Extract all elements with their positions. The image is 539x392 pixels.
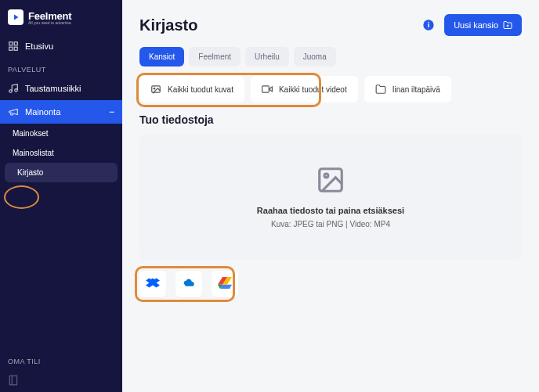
nav-advertising[interactable]: Mainonta − [0, 100, 122, 124]
page-title: Kirjasto [139, 16, 197, 34]
new-folder-label: Uusi kansio [454, 20, 498, 30]
main-content: Kirjasto i Uusi kansio Kansiot Feelment … [122, 0, 539, 392]
video-icon [262, 84, 273, 95]
brand-tagline: All you need to advertise [28, 20, 71, 25]
cloud-sources-row [139, 271, 522, 297]
building-icon [8, 375, 19, 386]
nav-music[interactable]: Taustamusiikki [0, 77, 122, 100]
subnav-library-label: Kirjasto [17, 168, 43, 177]
svg-rect-0 [9, 42, 13, 45]
play-icon [8, 9, 24, 25]
svg-point-13 [154, 88, 155, 89]
music-icon [8, 83, 19, 94]
svg-rect-14 [262, 86, 270, 92]
brand-logo[interactable]: Feelment All you need to advertise [0, 0, 122, 34]
info-icon[interactable]: i [422, 19, 435, 31]
section-services: PALVELUT [0, 58, 122, 77]
folder-all-videos[interactable]: Kaikki tuodut videot [251, 76, 358, 102]
sidebar: Feelment All you need to advertise Etusi… [0, 0, 122, 392]
svg-point-5 [15, 89, 18, 92]
tab-feelment[interactable]: Feelment [189, 47, 241, 67]
svg-point-4 [9, 90, 13, 93]
nav-home-label: Etusivu [25, 41, 53, 51]
image-placeholder-icon [316, 165, 345, 195]
svg-rect-3 [14, 47, 17, 50]
tab-kansiot[interactable]: Kansiot [139, 47, 184, 67]
svg-rect-2 [9, 47, 13, 50]
googledrive-button[interactable] [212, 271, 238, 297]
subnav-library[interactable]: Kirjasto [5, 163, 118, 182]
subnav-adlists[interactable]: Mainoslistat [0, 143, 122, 163]
nav-account-item[interactable]: x [0, 369, 122, 392]
folder-plus-icon [503, 20, 512, 30]
dropbox-icon [146, 277, 160, 291]
file-dropzone[interactable]: Raahaa tiedosto tai paina etsiäksesi Kuv… [139, 134, 522, 260]
images-icon [150, 84, 161, 95]
folder-custom[interactable]: Iinan iltapäivä [364, 76, 451, 102]
googledrive-icon [218, 277, 232, 291]
svg-rect-1 [14, 42, 17, 45]
onedrive-button[interactable] [175, 271, 202, 297]
tab-urheilu[interactable]: Urheilu [245, 47, 289, 67]
tabs-row: Kansiot Feelment Urheilu Juoma [139, 47, 522, 67]
minus-icon: − [109, 106, 114, 117]
nav-home[interactable]: Etusivu [0, 34, 122, 58]
folder-icon [375, 84, 386, 95]
dropbox-button[interactable] [139, 271, 166, 297]
svg-text:i: i [428, 21, 430, 29]
svg-rect-6 [9, 376, 16, 385]
onedrive-icon [182, 277, 196, 291]
tab-juoma[interactable]: Juoma [294, 47, 336, 67]
folder-label: Iinan iltapäivä [392, 85, 440, 94]
subnav-adlists-label: Mainoslistat [13, 149, 54, 157]
folder-all-images[interactable]: Kaikki tuodut kuvat [139, 76, 244, 102]
dropzone-title: Raahaa tiedosto tai paina etsiäksesi [257, 206, 404, 215]
megaphone-icon [8, 106, 19, 117]
upload-heading: Tuo tiedostoja [139, 113, 522, 126]
section-account: OMA TILI [0, 350, 122, 369]
page-header: Kirjasto i Uusi kansio [139, 14, 522, 36]
grid-icon [8, 41, 19, 52]
new-folder-button[interactable]: Uusi kansio [444, 14, 522, 36]
subnav-ads-label: Mainokset [13, 129, 49, 138]
folder-label: Kaikki tuodut kuvat [168, 85, 233, 94]
folder-row: Kaikki tuodut kuvat Kaikki tuodut videot… [139, 76, 522, 102]
subnav-ads[interactable]: Mainokset [0, 124, 122, 143]
folder-label: Kaikki tuodut videot [279, 85, 347, 94]
dropzone-sub: Kuva: JPEG tai PNG | Video: MP4 [271, 220, 390, 228]
nav-music-label: Taustamusiikki [25, 84, 81, 93]
svg-point-16 [324, 174, 328, 178]
nav-advertising-label: Mainonta [25, 107, 60, 117]
